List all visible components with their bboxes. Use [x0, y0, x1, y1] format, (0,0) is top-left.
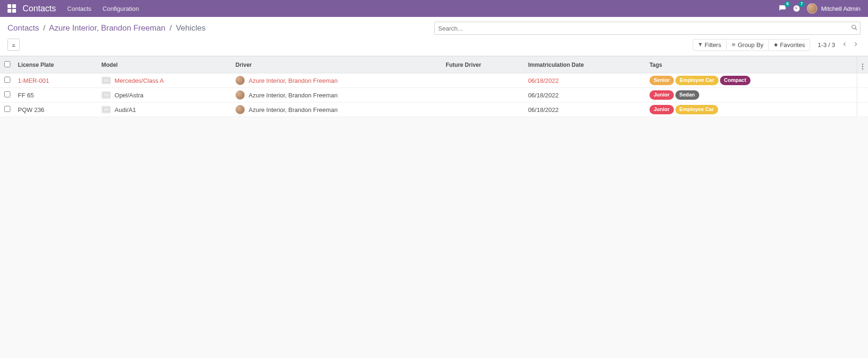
col-options[interactable] — [857, 56, 868, 73]
export-button[interactable] — [8, 39, 20, 51]
apps-icon[interactable] — [8, 4, 16, 13]
nav-link-contacts[interactable]: Contacts — [67, 5, 91, 12]
breadcrumb-current: Vehicles — [176, 24, 205, 32]
top-navbar: Contacts Contacts Configuration 5 7 Mitc… — [0, 0, 868, 17]
filters-button[interactable]: Filters — [693, 40, 726, 50]
table-row[interactable]: FF 65Opel/AstraAzure Interior, Brandon F… — [0, 88, 868, 103]
cell-license-plate: FF 65 — [14, 88, 98, 103]
search-icon — [851, 24, 858, 31]
vehicles-list: License Plate Model Driver Future Driver… — [0, 56, 868, 117]
car-placeholder-icon — [102, 91, 111, 99]
driver-avatar-icon — [235, 105, 245, 114]
cell-model: Opel/Astra — [98, 88, 232, 103]
breadcrumb-parent[interactable]: Azure Interior, Brandon Freeman — [49, 24, 165, 32]
model-label: Audi/A1 — [115, 106, 136, 113]
pager-next[interactable] — [851, 40, 860, 49]
groupby-button[interactable]: Group By — [727, 40, 769, 50]
search-options: Filters Group By Favorites — [693, 39, 810, 51]
cell-driver: Azure Interior, Brandon Freeman — [232, 88, 442, 103]
row-checkbox[interactable] — [4, 91, 10, 97]
row-select-cell — [0, 103, 14, 117]
messages-badge: 5 — [784, 1, 790, 7]
cell-license-plate: 1-MER-001 — [14, 73, 98, 88]
control-panel: Contacts / Azure Interior, Brandon Freem… — [0, 17, 868, 56]
tag-badge: Employee Car — [675, 105, 718, 114]
messages-button[interactable]: 5 — [779, 5, 786, 12]
chevron-right-icon — [853, 41, 859, 47]
username-label: Mitchell Admin — [821, 5, 860, 12]
breadcrumb: Contacts / Azure Interior, Brandon Freem… — [8, 24, 205, 33]
row-select-cell — [0, 73, 14, 88]
favorites-button[interactable]: Favorites — [769, 40, 810, 50]
search-box — [434, 22, 861, 35]
pager-text[interactable]: 1-3 / 3 — [818, 41, 835, 48]
breadcrumb-root[interactable]: Contacts — [8, 24, 39, 32]
cell-tags: JuniorSedan — [646, 88, 857, 103]
col-model[interactable]: Model — [98, 56, 232, 73]
cell-immatriculation-date: 06/18/2022 — [524, 73, 646, 88]
pager-prev[interactable] — [840, 40, 849, 49]
model-label: Mercedes/Class A — [115, 77, 164, 84]
navbar-right: 5 7 Mitchell Admin — [779, 3, 860, 14]
search-input[interactable] — [434, 22, 861, 35]
row-checkbox[interactable] — [4, 77, 10, 83]
search-button[interactable] — [851, 24, 858, 32]
driver-label: Azure Interior, Brandon Freeman — [249, 92, 337, 99]
cell-license-plate: PQW 236 — [14, 103, 98, 117]
star-icon — [774, 42, 778, 47]
row-select-cell — [0, 88, 14, 103]
row-checkbox[interactable] — [4, 106, 10, 112]
row-options — [857, 88, 868, 103]
table-row[interactable]: PQW 236Audi/A1Azure Interior, Brandon Fr… — [0, 103, 868, 117]
activities-button[interactable]: 7 — [793, 5, 800, 12]
row-options — [857, 103, 868, 117]
driver-label: Azure Interior, Brandon Freeman — [249, 77, 337, 84]
pager: 1-3 / 3 — [818, 40, 860, 49]
row-options — [857, 73, 868, 88]
col-tags[interactable]: Tags — [646, 56, 857, 73]
select-all-checkbox[interactable] — [4, 61, 10, 67]
driver-avatar-icon — [235, 90, 245, 100]
cell-future-driver — [442, 73, 524, 88]
col-license-plate[interactable]: License Plate — [14, 56, 98, 73]
kebab-icon — [862, 64, 863, 70]
col-future-driver[interactable]: Future Driver — [442, 56, 524, 73]
tag-badge: Sedan — [675, 90, 699, 99]
cell-immatriculation-date: 06/18/2022 — [524, 103, 646, 117]
cell-tags: JuniorEmployee Car — [646, 103, 857, 117]
app-title[interactable]: Contacts — [23, 4, 56, 14]
user-menu[interactable]: Mitchell Admin — [807, 3, 860, 14]
cell-model: Audi/A1 — [98, 103, 232, 117]
cell-model: Mercedes/Class A — [98, 73, 232, 88]
car-placeholder-icon — [102, 106, 111, 113]
cell-tags: SeniorEmployee CarCompact — [646, 73, 857, 88]
cell-driver: Azure Interior, Brandon Freeman — [232, 73, 442, 88]
tag-badge: Junior — [649, 105, 674, 114]
funnel-icon — [698, 42, 703, 47]
list-icon — [731, 42, 736, 47]
model-label: Opel/Astra — [115, 92, 143, 99]
cell-immatriculation-date: 06/18/2022 — [524, 88, 646, 103]
driver-label: Azure Interior, Brandon Freeman — [249, 106, 337, 113]
select-all-header — [0, 56, 14, 73]
cell-future-driver — [442, 88, 524, 103]
tag-badge: Junior — [649, 90, 674, 99]
avatar-icon — [807, 3, 817, 14]
download-icon — [11, 42, 16, 48]
chevron-left-icon — [842, 41, 847, 47]
driver-avatar-icon — [235, 76, 245, 85]
nav-link-configuration[interactable]: Configuration — [102, 5, 139, 12]
tag-badge: Compact — [720, 76, 751, 85]
col-driver[interactable]: Driver — [232, 56, 442, 73]
cell-future-driver — [442, 103, 524, 117]
navbar-left: Contacts Contacts Configuration — [8, 4, 144, 14]
table-header-row: License Plate Model Driver Future Driver… — [0, 56, 868, 73]
tag-badge: Senior — [649, 76, 674, 85]
col-immatriculation-date[interactable]: Immatriculation Date — [524, 56, 646, 73]
table-row[interactable]: 1-MER-001Mercedes/Class AAzure Interior,… — [0, 73, 868, 88]
cell-driver: Azure Interior, Brandon Freeman — [232, 103, 442, 117]
tag-badge: Employee Car — [675, 76, 718, 85]
activities-badge: 7 — [798, 1, 805, 7]
car-placeholder-icon — [102, 77, 111, 84]
